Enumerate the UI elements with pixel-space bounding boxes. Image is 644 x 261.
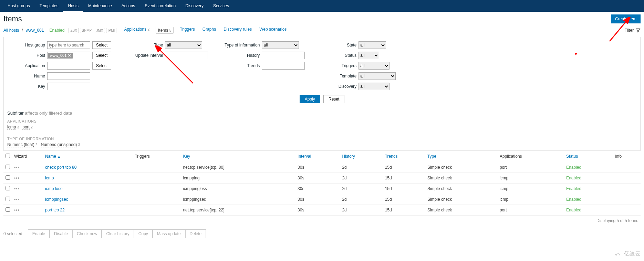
template-select[interactable]: all	[359, 72, 396, 80]
indicator-ipmi: IPMI	[106, 28, 117, 33]
copy-button[interactable]: Copy	[134, 229, 153, 238]
status-link[interactable]: Enabled	[566, 197, 581, 202]
state-select[interactable]: all	[359, 41, 386, 49]
type-info-select[interactable]: all	[262, 41, 299, 49]
row-checkbox[interactable]	[6, 207, 10, 212]
triggers-select[interactable]: all	[359, 62, 389, 70]
clear-history-button[interactable]: Clear history	[102, 229, 134, 238]
subfilter-app-port[interactable]: port	[22, 125, 30, 130]
col-interval[interactable]: Interval	[295, 151, 340, 162]
subfilter-type[interactable]: Numeric (float)	[7, 142, 34, 147]
create-item-button[interactable]: Create item	[611, 14, 641, 23]
label-history: History	[222, 53, 260, 58]
select-all-checkbox[interactable]	[6, 154, 10, 158]
item-name-link[interactable]: icmppingsec	[45, 197, 68, 202]
host-select-button[interactable]: Select	[92, 52, 111, 59]
disable-button[interactable]: Disable	[50, 229, 72, 238]
table-row: •••check port tcp 80net.tcp.service[tcp,…	[3, 162, 641, 173]
display-count: Displaying 5 of 5 found	[0, 216, 644, 226]
subfilter-type[interactable]: Numeric (unsigned)	[41, 142, 77, 147]
cell-history: 2d	[340, 162, 383, 173]
item-name-link[interactable]: check port tcp 80	[45, 165, 76, 170]
breadcrumb-host[interactable]: www_001	[26, 28, 44, 33]
col-status[interactable]: Status	[564, 151, 613, 162]
delete-button[interactable]: Delete	[185, 229, 206, 238]
tab-applications[interactable]: Applications 2	[123, 27, 151, 34]
check-now-button[interactable]: Check now	[72, 229, 102, 238]
cell-key: icmpping	[181, 173, 295, 184]
status-link[interactable]: Enabled	[566, 208, 581, 212]
wizard-menu-icon[interactable]: •••	[14, 165, 20, 170]
discovery-select[interactable]: all	[359, 83, 389, 90]
cell-interval: 30s	[295, 205, 340, 216]
nav-actions[interactable]: Actions	[117, 0, 140, 12]
col-history[interactable]: History	[340, 151, 383, 162]
filter-icon[interactable]	[636, 28, 641, 33]
name-input[interactable]	[47, 72, 90, 80]
cell-type: Simple check	[425, 184, 498, 194]
nav-services[interactable]: Services	[208, 0, 234, 12]
key-input[interactable]	[47, 83, 90, 90]
application-select-button[interactable]: Select	[92, 62, 111, 70]
reset-button[interactable]: Reset	[323, 95, 344, 103]
wizard-menu-icon[interactable]: •••	[14, 208, 20, 212]
item-name-link[interactable]: icmp lose	[45, 186, 63, 191]
col-trends[interactable]: Trends	[383, 151, 425, 162]
apply-button[interactable]: Apply	[300, 95, 320, 103]
update-interval-input[interactable]	[165, 52, 208, 59]
enable-button[interactable]: Enable	[28, 229, 50, 238]
filter-label[interactable]: Filter	[624, 28, 634, 33]
row-checkbox[interactable]	[6, 165, 10, 169]
nav-discovery[interactable]: Discovery	[180, 0, 208, 12]
host-group-input[interactable]	[47, 41, 90, 49]
tab-discovery-rules[interactable]: Discovery rules	[222, 27, 253, 34]
table-row: •••icmppingsecicmppingsec30s2d15dSimple …	[3, 194, 641, 205]
cell-type: Simple check	[425, 205, 498, 216]
wizard-menu-icon[interactable]: •••	[14, 186, 20, 191]
status-link[interactable]: Enabled	[566, 186, 581, 191]
status-link[interactable]: Enabled	[566, 165, 581, 170]
host-input[interactable]: www_001✕	[47, 52, 90, 59]
host-token[interactable]: www_001✕	[48, 53, 73, 59]
row-checkbox[interactable]	[6, 186, 10, 190]
cell-key: icmppingsec	[181, 194, 295, 205]
status-select[interactable]: all	[359, 52, 379, 59]
item-name-link[interactable]: port tcp 22	[45, 208, 65, 212]
nav-hosts[interactable]: Hosts	[63, 0, 83, 12]
col-type[interactable]: Type	[425, 151, 498, 162]
cell-app: icmp	[498, 173, 564, 184]
mass-update-button[interactable]: Mass update	[153, 229, 185, 238]
tab-graphs[interactable]: Graphs	[201, 27, 217, 34]
table-row: •••icmpicmpping30s2d15dSimple checkicmpE…	[3, 173, 641, 184]
indicator-jmx: JMX	[95, 28, 105, 33]
remove-token-icon[interactable]: ✕	[68, 53, 71, 58]
breadcrumb-all-hosts[interactable]: All hosts	[3, 28, 19, 33]
tab-triggers[interactable]: Triggers	[178, 27, 196, 34]
footer-actions: 0 selected EnableDisableCheck nowClear h…	[0, 226, 644, 242]
nav-host-groups[interactable]: Host groups	[3, 0, 35, 12]
trends-input[interactable]	[262, 62, 305, 70]
wizard-menu-icon[interactable]: •••	[14, 176, 20, 180]
wizard-menu-icon[interactable]: •••	[14, 197, 20, 202]
tab-items[interactable]: Items 5	[156, 27, 174, 34]
nav-maintenance[interactable]: Maintenance	[83, 0, 117, 12]
row-checkbox[interactable]	[6, 197, 10, 201]
type-select[interactable]: all	[165, 41, 202, 49]
status-link[interactable]: Enabled	[566, 176, 581, 180]
cell-type: Simple check	[425, 162, 498, 173]
history-input[interactable]	[262, 52, 305, 59]
cell-trends: 15d	[383, 205, 425, 216]
nav-event-correlation[interactable]: Event correlation	[140, 0, 180, 12]
nav-templates[interactable]: Templates	[35, 0, 63, 12]
cell-interval: 30s	[295, 162, 340, 173]
item-name-link[interactable]: icmp	[45, 176, 54, 180]
subfilter-app-icmp[interactable]: icmp	[7, 125, 16, 130]
row-checkbox[interactable]	[6, 175, 10, 180]
col-key[interactable]: Key	[181, 151, 295, 162]
label-state: State	[319, 43, 356, 48]
tab-web-scenarios[interactable]: Web scenarios	[258, 27, 288, 34]
cell-history: 2d	[340, 194, 383, 205]
application-input[interactable]	[47, 62, 90, 70]
col-name[interactable]: Name ▲	[43, 151, 133, 162]
host-group-select-button[interactable]: Select	[92, 41, 111, 49]
